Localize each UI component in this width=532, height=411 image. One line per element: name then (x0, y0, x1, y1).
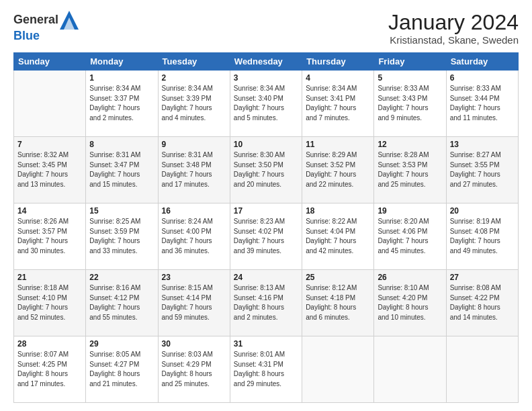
day-info: Sunrise: 8:34 AM Sunset: 3:37 PM Dayligh… (89, 84, 154, 123)
logo-icon (60, 11, 79, 30)
day-number: 22 (89, 273, 154, 282)
calendar-cell: 5Sunrise: 8:33 AM Sunset: 3:43 PM Daylig… (374, 71, 446, 137)
header-row: Sunday Monday Tuesday Wednesday Thursday… (14, 53, 519, 71)
day-info: Sunrise: 8:22 AM Sunset: 4:04 PM Dayligh… (306, 217, 370, 256)
day-number: 7 (17, 140, 82, 149)
calendar-cell: 25Sunrise: 8:12 AM Sunset: 4:18 PM Dayli… (302, 270, 374, 336)
calendar-cell: 17Sunrise: 8:23 AM Sunset: 4:02 PM Dayli… (230, 203, 302, 270)
location: Kristianstad, Skane, Sweden (388, 34, 519, 46)
day-info: Sunrise: 8:28 AM Sunset: 3:53 PM Dayligh… (378, 150, 442, 189)
logo: General Blue (13, 11, 80, 43)
col-monday: Monday (86, 53, 158, 71)
logo-blue-text: Blue (13, 30, 80, 43)
col-thursday: Thursday (302, 53, 374, 71)
calendar-cell: 18Sunrise: 8:22 AM Sunset: 4:04 PM Dayli… (302, 203, 374, 270)
day-number: 25 (306, 273, 370, 282)
calendar-cell: 7Sunrise: 8:32 AM Sunset: 3:45 PM Daylig… (14, 137, 86, 203)
day-info: Sunrise: 8:23 AM Sunset: 4:02 PM Dayligh… (234, 217, 298, 256)
day-number: 3 (234, 73, 298, 83)
calendar-week-3: 14Sunrise: 8:26 AM Sunset: 3:57 PM Dayli… (14, 203, 519, 270)
day-number: 5 (378, 73, 442, 83)
day-info: Sunrise: 8:33 AM Sunset: 3:44 PM Dayligh… (450, 84, 515, 123)
calendar-cell: 26Sunrise: 8:10 AM Sunset: 4:20 PM Dayli… (374, 270, 446, 336)
day-info: Sunrise: 8:33 AM Sunset: 3:43 PM Dayligh… (378, 84, 442, 123)
day-info: Sunrise: 8:31 AM Sunset: 3:48 PM Dayligh… (162, 150, 226, 189)
calendar: Sunday Monday Tuesday Wednesday Thursday… (13, 52, 519, 403)
calendar-week-4: 21Sunrise: 8:18 AM Sunset: 4:10 PM Dayli… (14, 270, 519, 336)
day-number: 26 (378, 273, 442, 282)
col-saturday: Saturday (446, 53, 518, 71)
calendar-cell: 9Sunrise: 8:31 AM Sunset: 3:48 PM Daylig… (158, 137, 230, 203)
calendar-cell: 27Sunrise: 8:08 AM Sunset: 4:22 PM Dayli… (446, 270, 518, 336)
calendar-cell: 12Sunrise: 8:28 AM Sunset: 3:53 PM Dayli… (374, 137, 446, 203)
day-info: Sunrise: 8:26 AM Sunset: 3:57 PM Dayligh… (17, 217, 82, 256)
day-number: 14 (17, 206, 82, 216)
day-info: Sunrise: 8:18 AM Sunset: 4:10 PM Dayligh… (17, 283, 82, 322)
calendar-cell: 4Sunrise: 8:34 AM Sunset: 3:41 PM Daylig… (302, 71, 374, 137)
day-info: Sunrise: 8:31 AM Sunset: 3:47 PM Dayligh… (89, 150, 154, 189)
calendar-week-1: 1Sunrise: 8:34 AM Sunset: 3:37 PM Daylig… (14, 71, 519, 137)
day-number: 1 (89, 73, 154, 83)
calendar-cell (14, 71, 86, 137)
calendar-cell (374, 336, 446, 403)
calendar-cell: 19Sunrise: 8:20 AM Sunset: 4:06 PM Dayli… (374, 203, 446, 270)
day-number: 17 (234, 206, 298, 216)
calendar-table: Sunday Monday Tuesday Wednesday Thursday… (13, 52, 519, 403)
day-number: 11 (306, 140, 370, 149)
col-wednesday: Wednesday (230, 53, 302, 71)
day-info: Sunrise: 8:07 AM Sunset: 4:25 PM Dayligh… (17, 350, 82, 389)
calendar-cell: 6Sunrise: 8:33 AM Sunset: 3:44 PM Daylig… (446, 71, 518, 137)
day-number: 9 (162, 140, 226, 149)
day-number: 16 (162, 206, 226, 216)
calendar-cell: 11Sunrise: 8:29 AM Sunset: 3:52 PM Dayli… (302, 137, 374, 203)
day-info: Sunrise: 8:32 AM Sunset: 3:45 PM Dayligh… (17, 150, 82, 189)
col-tuesday: Tuesday (158, 53, 230, 71)
calendar-cell (446, 336, 518, 403)
day-number: 6 (450, 73, 515, 83)
calendar-cell: 13Sunrise: 8:27 AM Sunset: 3:55 PM Dayli… (446, 137, 518, 203)
calendar-cell: 15Sunrise: 8:25 AM Sunset: 3:59 PM Dayli… (86, 203, 158, 270)
day-info: Sunrise: 8:03 AM Sunset: 4:29 PM Dayligh… (162, 350, 226, 389)
logo-blue: Blue (13, 29, 40, 42)
day-info: Sunrise: 8:29 AM Sunset: 3:52 PM Dayligh… (306, 150, 370, 189)
calendar-cell: 16Sunrise: 8:24 AM Sunset: 4:00 PM Dayli… (158, 203, 230, 270)
calendar-cell: 3Sunrise: 8:34 AM Sunset: 3:40 PM Daylig… (230, 71, 302, 137)
day-number: 18 (306, 206, 370, 216)
day-info: Sunrise: 8:34 AM Sunset: 3:40 PM Dayligh… (234, 84, 298, 123)
header: General Blue January 2024 Kristianstad, … (13, 11, 519, 46)
calendar-cell: 24Sunrise: 8:13 AM Sunset: 4:16 PM Dayli… (230, 270, 302, 336)
calendar-cell: 31Sunrise: 8:01 AM Sunset: 4:31 PM Dayli… (230, 336, 302, 403)
day-info: Sunrise: 8:27 AM Sunset: 3:55 PM Dayligh… (450, 150, 515, 189)
logo-text: General (13, 11, 80, 30)
day-info: Sunrise: 8:01 AM Sunset: 4:31 PM Dayligh… (234, 350, 298, 389)
day-info: Sunrise: 8:34 AM Sunset: 3:41 PM Dayligh… (306, 84, 370, 123)
calendar-page: General Blue January 2024 Kristianstad, … (0, 0, 532, 411)
calendar-cell: 14Sunrise: 8:26 AM Sunset: 3:57 PM Dayli… (14, 203, 86, 270)
day-info: Sunrise: 8:19 AM Sunset: 4:08 PM Dayligh… (450, 217, 515, 256)
day-info: Sunrise: 8:34 AM Sunset: 3:39 PM Dayligh… (162, 84, 226, 123)
logo-general: General (13, 13, 58, 26)
calendar-cell: 8Sunrise: 8:31 AM Sunset: 3:47 PM Daylig… (86, 137, 158, 203)
day-info: Sunrise: 8:30 AM Sunset: 3:50 PM Dayligh… (234, 150, 298, 189)
day-number: 8 (89, 140, 154, 149)
day-number: 29 (89, 339, 154, 349)
day-number: 20 (450, 206, 515, 216)
day-number: 24 (234, 273, 298, 282)
day-info: Sunrise: 8:25 AM Sunset: 3:59 PM Dayligh… (89, 217, 154, 256)
day-number: 12 (378, 140, 442, 149)
calendar-cell: 1Sunrise: 8:34 AM Sunset: 3:37 PM Daylig… (86, 71, 158, 137)
day-number: 30 (162, 339, 226, 349)
day-info: Sunrise: 8:13 AM Sunset: 4:16 PM Dayligh… (234, 283, 298, 322)
day-number: 27 (450, 273, 515, 282)
month-title: January 2024 (388, 11, 519, 34)
day-info: Sunrise: 8:20 AM Sunset: 4:06 PM Dayligh… (378, 217, 442, 256)
day-number: 2 (162, 73, 226, 83)
day-info: Sunrise: 8:16 AM Sunset: 4:12 PM Dayligh… (89, 283, 154, 322)
day-number: 28 (17, 339, 82, 349)
day-number: 4 (306, 73, 370, 83)
col-sunday: Sunday (14, 53, 86, 71)
calendar-cell: 10Sunrise: 8:30 AM Sunset: 3:50 PM Dayli… (230, 137, 302, 203)
calendar-cell: 2Sunrise: 8:34 AM Sunset: 3:39 PM Daylig… (158, 71, 230, 137)
calendar-cell: 20Sunrise: 8:19 AM Sunset: 4:08 PM Dayli… (446, 203, 518, 270)
calendar-cell: 22Sunrise: 8:16 AM Sunset: 4:12 PM Dayli… (86, 270, 158, 336)
